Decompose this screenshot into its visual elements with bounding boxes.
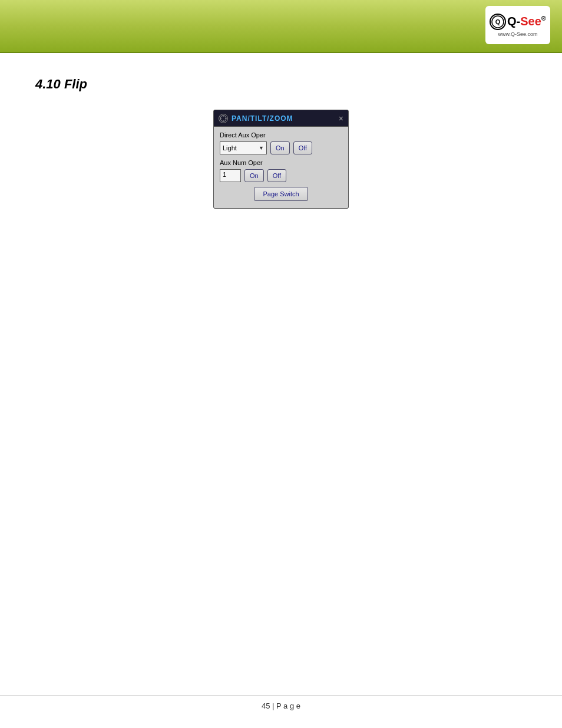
aux-num-label: Aux Num Oper	[220, 159, 342, 166]
aux-off-button[interactable]: Off	[267, 169, 286, 182]
aux-on-button[interactable]: On	[244, 169, 264, 182]
brand-dash: -	[517, 15, 521, 28]
light-select-value: Light	[223, 144, 237, 151]
ptz-dialog: PAN/TILT/ZOOM × Direct Aux Oper Light ▼ …	[213, 110, 349, 209]
page-number: 45	[262, 701, 270, 710]
light-on-button[interactable]: On	[270, 141, 290, 154]
logo: Q Q-See® www.Q-See.com	[490, 14, 546, 37]
page-content: 4.10 Flip PAN/TILT/ZOOM ×	[0, 53, 562, 232]
page-switch-button[interactable]: Page Switch	[254, 187, 308, 201]
brand-q: Q	[507, 15, 517, 28]
page-suffix: | P a g e	[270, 701, 300, 710]
logo-website: www.Q-See.com	[498, 31, 537, 37]
aux-num-input[interactable]: 1	[220, 169, 241, 182]
dialog-titlebar: PAN/TILT/ZOOM ×	[214, 110, 348, 127]
light-select[interactable]: Light ▼	[220, 141, 267, 154]
logo-circle-icon: Q	[490, 14, 506, 30]
dialog-container: PAN/TILT/ZOOM × Direct Aux Oper Light ▼ …	[35, 110, 527, 209]
ptz-icon	[219, 114, 228, 123]
light-off-button[interactable]: Off	[293, 141, 312, 154]
page-switch-row: Page Switch	[220, 187, 342, 201]
logo-container: Q Q-See® www.Q-See.com	[485, 6, 550, 44]
aux-num-row: 1 On Off	[220, 169, 342, 182]
section-heading: 4.10 Flip	[35, 77, 527, 92]
direct-aux-label: Direct Aux Oper	[220, 131, 342, 139]
direct-aux-row: Light ▼ On Off	[220, 141, 342, 154]
titlebar-left: PAN/TILT/ZOOM	[219, 114, 293, 123]
close-icon[interactable]: ×	[339, 114, 343, 123]
dialog-body: Direct Aux Oper Light ▼ On Off Aux Num O…	[214, 127, 348, 208]
brand-see: See®	[520, 15, 546, 28]
footer: 45 | P a g e	[0, 695, 562, 710]
dropdown-arrow-icon: ▼	[259, 145, 264, 151]
svg-text:Q: Q	[495, 18, 501, 25]
dialog-title: PAN/TILT/ZOOM	[232, 114, 293, 123]
header: Q Q-See® www.Q-See.com	[0, 0, 562, 53]
